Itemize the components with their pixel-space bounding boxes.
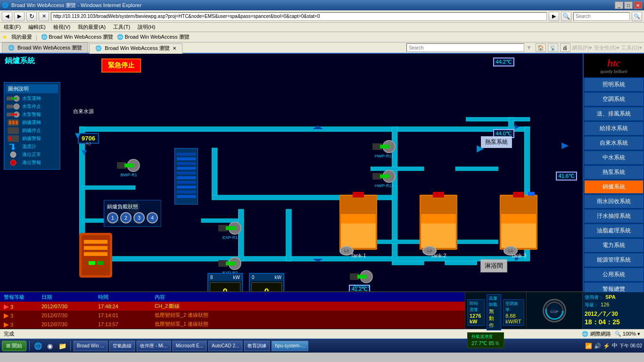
tab2-label: Broad Win WebAccess 瀏覽 [105, 45, 169, 52]
load-btn-4[interactable]: 4 [147, 212, 158, 223]
search-button[interactable]: 🔍 [632, 12, 642, 21]
temp-display-3: 41.6℃ [556, 172, 577, 181]
title-bar-left: 🌐 Broad Win WebAccess 瀏覽 - Windows Inter… [2, 2, 141, 9]
legend-pump-stopped: 水泵停止 [6, 103, 58, 110]
start-label: 開始 [12, 343, 22, 348]
quick-launch-chrome[interactable]: ◉ [45, 341, 55, 351]
pump-exp-r1[interactable]: EXP-R1 [218, 221, 242, 240]
quick-launch-ie[interactable]: 🌐 [33, 341, 43, 351]
svg-rect-100 [177, 190, 196, 193]
alert-row1-arrow-icon: ▶ [4, 303, 9, 310]
pump-hwp-r12[interactable]: HWP-R12 [372, 169, 396, 188]
load-btn-2[interactable]: 2 [120, 212, 132, 223]
pump-hwp-r11[interactable]: HWP-R11 [372, 140, 396, 158]
power1-screen-val: 0 [223, 287, 227, 292]
nav-boiler[interactable]: 鍋爐系統 [584, 180, 644, 194]
nav-lighting[interactable]: 照明系統 [584, 78, 644, 91]
outside-temp-row: 外氣溫溼度 27.7℃ 85％ [467, 332, 524, 348]
nav-utilities[interactable]: 公用系統 [584, 268, 644, 281]
svg-rect-84 [421, 223, 456, 248]
taskbar-outlook[interactable]: 收件匣 - Mi... [137, 341, 171, 351]
home-button[interactable]: 🏠 [536, 43, 546, 52]
svg-rect-55 [226, 226, 235, 230]
svg-rect-73 [84, 240, 107, 244]
nav-ventilation[interactable]: 送、排風系統 [584, 107, 644, 121]
taskbar-autocad[interactable]: AutoCAD 2... [208, 341, 242, 351]
taskbar-air-curve[interactable]: 空氣曲線 [109, 341, 135, 351]
pump-alarm-icon [6, 111, 20, 118]
htc-logo-text: htc [607, 57, 620, 69]
alert-row3-time: 17:13:57 [94, 321, 151, 327]
nav-tap-water[interactable]: 自來水系統 [584, 136, 644, 150]
menu-view[interactable]: 檢視(V) [51, 24, 73, 31]
legend-boiler-running: 鍋爐運轉 [6, 119, 58, 126]
temp3-value: 41.6℃ [559, 173, 574, 179]
start-button[interactable]: ⊞ 開始 [2, 341, 26, 351]
favorites-label[interactable]: 我的最愛 [11, 33, 32, 41]
tab2-close-icon[interactable]: ✕ [173, 46, 176, 51]
stop-button[interactable]: ✕ [39, 12, 49, 21]
zoom-level: 🔍 100% ▾ [615, 331, 640, 337]
nav-grease[interactable]: 油脂處理系統 [584, 224, 644, 238]
close-button[interactable]: ✕ [634, 1, 642, 9]
alert-row1-content: CH_2:斷線 [151, 303, 465, 310]
menu-tools[interactable]: 工具(T) [111, 24, 132, 31]
load-btn-1[interactable]: 1 [107, 212, 118, 223]
fav-item-1[interactable]: 🌐 Broad Win WebAccess 瀏覽 [41, 33, 113, 41]
svg-rect-49 [124, 164, 134, 167]
pump-exp-r1-label: EXP-R1 [223, 235, 238, 240]
high-demand-box: 高量卸載 無動作 [487, 294, 502, 330]
nav-hvac[interactable]: 空調系統 [584, 92, 644, 106]
tab-2[interactable]: 🌐 Broad Win WebAccess 瀏覽 ✕ [89, 43, 182, 54]
nav-water-supply[interactable]: 給排水系統 [584, 122, 644, 135]
alert-row1-date: 2012/07/30 [38, 304, 94, 309]
print-button[interactable]: 🖨 [560, 43, 570, 52]
power2-kw-unit: kW [275, 275, 281, 280]
tab-search-input[interactable] [406, 43, 524, 52]
load-btn-3[interactable]: 3 [133, 212, 145, 223]
emergency-stop-button[interactable]: 緊急停止 [101, 58, 141, 73]
back-button[interactable]: ◀ [2, 12, 12, 21]
nav-rainwater[interactable]: 雨水回收系統 [584, 195, 644, 208]
live-search-input[interactable] [573, 12, 630, 21]
forward-button[interactable]: ▶ [14, 12, 25, 21]
taskbar-broadwin[interactable]: Broad Win ... [74, 341, 107, 351]
nav-heat-pump[interactable]: 熱泵系統 [584, 165, 644, 179]
svg-rect-16 [286, 209, 291, 261]
nav-electricity[interactable]: 電力系統 [584, 239, 644, 252]
go-button[interactable]: ▶ [549, 12, 559, 21]
pump-hwp-r12-label: HWP-R12 [375, 183, 394, 188]
refresh-button[interactable]: ↻ [26, 12, 37, 21]
svg-point-45 [10, 152, 16, 157]
tab2-icon: 🌐 [95, 45, 102, 51]
live-search-icon[interactable]: 🔍 [561, 12, 571, 21]
taskbar-excel[interactable]: Microsoft E... [173, 341, 206, 351]
legend-level-alarm-label: 液位警報 [22, 159, 41, 166]
address-bar[interactable] [51, 12, 547, 21]
rss-button[interactable]: 📡 [548, 43, 558, 52]
alert-row2-arrow-icon: ▶ [4, 312, 9, 319]
taskbar-training[interactable]: 教育訓練 [244, 341, 270, 351]
nav-energy-mgmt[interactable]: 能源管理系統 [584, 253, 644, 267]
temp1-value: 44.2℃ [496, 59, 512, 65]
water-flow-arrow: ▼ [73, 130, 83, 141]
pump-hwrp-1[interactable]: HWRP-1 [350, 270, 373, 288]
svg-rect-44 [9, 144, 12, 145]
pump-exp-r2[interactable]: EXP-R2 [218, 256, 242, 275]
status-user-info: 使用者： SPA 等級： 126 2012／7／30 18：04：25 [583, 292, 644, 329]
menu-file[interactable]: 檔案(F) [2, 24, 23, 31]
legend-pump-alarm: 水泵警報 [6, 111, 58, 118]
menu-help[interactable]: 說明(H) [136, 24, 157, 31]
pump-bwp-r1[interactable]: BWP-R1 [117, 158, 140, 177]
star-icon: ★ [2, 33, 8, 41]
maximize-button[interactable]: □ [624, 1, 633, 9]
taskbar-hpu[interactable]: hpu-system-... [272, 341, 308, 351]
menu-favorites[interactable]: 我的最愛(A) [76, 24, 107, 31]
nav-sewage[interactable]: 汙水抽排系統 [584, 209, 644, 223]
nav-middle-water[interactable]: 中水系統 [584, 151, 644, 165]
menu-edit[interactable]: 編輯(E) [26, 24, 48, 31]
minimize-button[interactable]: _ [615, 1, 623, 9]
fav-item-2[interactable]: 🌐 Broad Win WebAccess 瀏覽 [117, 33, 189, 41]
quick-launch-explorer[interactable]: 📁 [57, 341, 67, 351]
tab-1[interactable]: 🌐 Broad Win WebAccess 瀏覽 [2, 42, 88, 53]
